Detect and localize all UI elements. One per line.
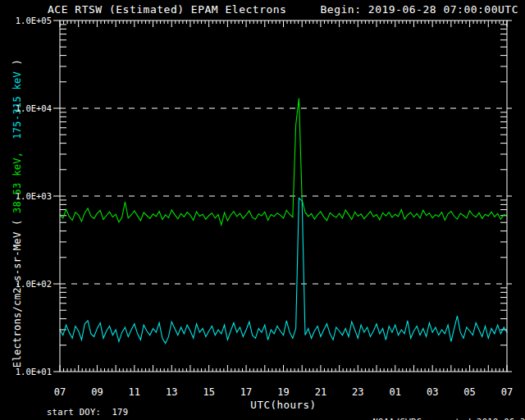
y-tick-label: 1.0E+03 xyxy=(16,191,52,201)
x-tick-label: 11 xyxy=(129,386,140,398)
x-tick-label: 21 xyxy=(315,386,326,398)
x-tick-label: 17 xyxy=(240,386,252,398)
epam-chart: 1.0E+011.0E+021.0E+031.0E+041.0E+0507091… xyxy=(0,0,525,420)
y-tick-label: 1.0E+02 xyxy=(16,279,52,289)
series-line-175-315-kev xyxy=(60,198,507,343)
x-tick-label: 23 xyxy=(352,386,363,398)
created-timestamp: created:2019-06-29 06:46:07UTC xyxy=(433,417,525,420)
x-tick-label: 07 xyxy=(54,386,66,398)
credit-label: NOAA/SWPC xyxy=(373,417,422,420)
x-tick-label: 07 xyxy=(501,386,513,398)
start-doy-label: start DOY: 179 xyxy=(47,407,128,417)
x-tick-label: 15 xyxy=(203,386,214,398)
y-tick-label: 1.0E+01 xyxy=(16,367,52,377)
series-line-38-53-kev xyxy=(60,98,507,225)
epam-plot-window: ACE RTSW (Estimated) EPAM Electrons Begi… xyxy=(0,0,525,420)
x-tick-label: 19 xyxy=(277,386,289,398)
y-tick-label: 1.0E+05 xyxy=(16,16,52,25)
x-tick-label: 03 xyxy=(427,386,438,398)
x-tick-label: 05 xyxy=(463,386,475,398)
footer-credit-row: NOAA/SWPCcreated:2019-06-29 06:46:07UTC xyxy=(351,407,525,420)
y-tick-label: 1.0E+04 xyxy=(16,103,52,113)
x-tick-label: 01 xyxy=(390,386,401,398)
x-tick-label: 13 xyxy=(166,386,177,398)
x-tick-label: 09 xyxy=(91,386,103,398)
